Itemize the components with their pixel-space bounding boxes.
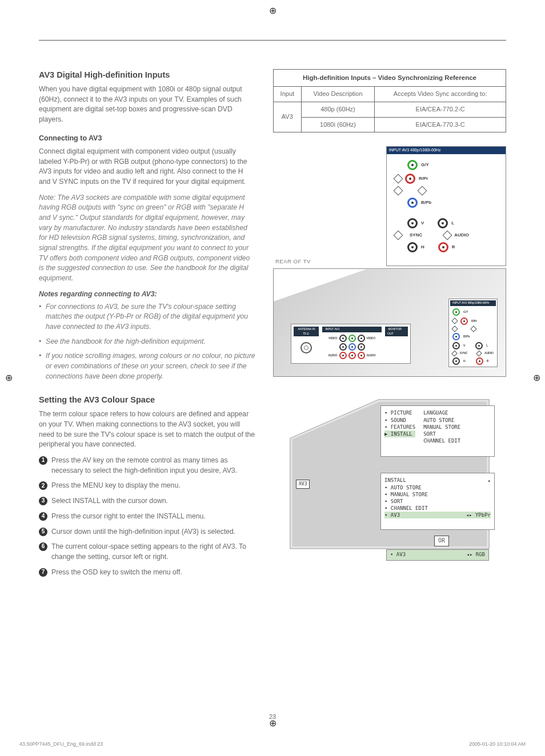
osd-menu-item: • CHANNEL EDIT xyxy=(384,505,491,512)
av3-connector-diagram: INPUT AV3 480p/1080i-60Hz G/Y R/Pr B/Pb … xyxy=(386,146,506,266)
step-number-icon: 7 xyxy=(39,568,47,577)
osd-menu-item: • PICTURE xyxy=(384,409,415,416)
rca-jack-red-icon xyxy=(476,357,483,365)
hex-screw-icon xyxy=(451,325,458,332)
table-caption: High-definition Inputs – Video Synchroni… xyxy=(274,70,506,87)
footer-left: 43.50PP7445_DFU_Eng_69.indd 23 xyxy=(19,741,103,748)
rca-jack-red-icon xyxy=(358,352,365,359)
osd-menu-item-selected: • AV3 xyxy=(390,551,406,558)
rca-jack-icon xyxy=(358,335,365,342)
rca-jack-icon xyxy=(452,357,460,365)
rca-jack-icon xyxy=(475,342,483,349)
table-header: Input xyxy=(274,86,302,102)
osd-menu-item-selected: ▶ INSTALL xyxy=(384,431,415,437)
osd-menu-item: • SOUND xyxy=(384,417,415,424)
table-cell: 1080i (60Hz) xyxy=(301,117,375,132)
rca-jack-green-icon xyxy=(348,335,356,342)
step-number-icon: 4 xyxy=(39,512,47,521)
table-cell: EIA/CEA-770.2-C xyxy=(375,102,506,117)
notes-heading: Notes regarding connecting to AV3: xyxy=(39,289,256,300)
jack-label: AUDIO xyxy=(454,232,469,239)
hex-screw-icon xyxy=(451,318,458,324)
step-item: 4Press the cursor right to enter the INS… xyxy=(39,512,256,522)
connecting-para: Connect digital equipment with component… xyxy=(39,147,256,187)
rca-jack-green-icon xyxy=(407,160,418,170)
rca-jack-blue-icon xyxy=(348,343,356,351)
step-number-icon: 5 xyxy=(39,528,47,536)
rca-jack-icon xyxy=(407,242,418,252)
rca-jack-blue-icon xyxy=(407,198,418,208)
jack-label: G/Y xyxy=(421,162,429,168)
rca-jack-green-icon xyxy=(452,308,460,316)
coax-antenna-icon xyxy=(300,342,312,353)
step-item: 3Select INSTALL with the cursor down. xyxy=(39,496,256,506)
note-item: For connections to AV3, be sure the TV's… xyxy=(39,302,256,332)
rca-jack-red-icon xyxy=(348,352,356,359)
jack-label: R/Pr xyxy=(419,175,428,182)
note-para: Note: The AV3 sockets are compatible wit… xyxy=(39,193,256,284)
step-item: 6The current colour-space setting appear… xyxy=(39,542,256,562)
or-label: OR xyxy=(434,536,449,546)
jack-label: R xyxy=(452,244,455,251)
hex-screw-icon xyxy=(394,230,403,240)
note-item: See the handbook for the high-definition… xyxy=(39,337,256,347)
hex-screw-icon xyxy=(394,186,403,195)
rca-jack-red-icon xyxy=(405,174,415,184)
table-cell: 480p (60Hz) xyxy=(301,102,375,117)
hex-screw-icon xyxy=(418,186,427,195)
rca-jack-red-icon xyxy=(460,317,468,325)
hex-screw-icon xyxy=(470,325,476,332)
osd-menu-item: SORT xyxy=(423,431,460,437)
table-cell: AV3 xyxy=(274,102,302,132)
tv-back-panel-diagram: ANTENNA IN 75 Ω INPUT AV1 VIDEO xyxy=(273,268,506,377)
diagram-title-bar: INPUT AV3 480p/1080i-60Hz xyxy=(387,147,506,154)
step-item: 1Press the AV key on the remote control … xyxy=(39,456,256,476)
osd-menu-value: ◂▸ YPbPr xyxy=(466,512,491,518)
jack-label: SYNC xyxy=(410,232,422,239)
sync-reference-table: High-definition Inputs – Video Synchroni… xyxy=(273,69,506,132)
page-number: 23 xyxy=(269,713,276,722)
rear-of-tv-label: REAR OF TV xyxy=(275,258,383,266)
jack-label: B/Pb xyxy=(421,199,431,206)
hex-screw-icon xyxy=(443,230,452,240)
step-number-icon: 3 xyxy=(39,497,47,505)
hex-screw-icon xyxy=(394,174,403,183)
rca-jack-blue-icon xyxy=(452,333,460,340)
rca-jack-icon xyxy=(339,335,347,342)
connecting-subhead: Connecting to AV3 xyxy=(39,133,256,143)
osd-menu-item: LANGUAGE xyxy=(423,409,460,416)
rca-jack-icon xyxy=(339,343,347,351)
step-number-icon: 2 xyxy=(39,481,47,490)
osd-menu-item: • SORT xyxy=(384,498,491,505)
table-cell: EIA/CEA-770.3-C xyxy=(375,117,506,132)
rca-jack-red-icon xyxy=(339,352,347,359)
step-number-icon: 1 xyxy=(39,456,47,465)
rca-jack-red-icon xyxy=(438,242,448,252)
rca-jack-icon xyxy=(407,218,418,228)
section1-title: AV3 Digital High-definition Inputs xyxy=(39,69,256,81)
osd-menu-item-selected: • AV3 xyxy=(384,512,400,518)
osd-menu-value: ◂▸ RGB xyxy=(466,551,485,558)
av3-badge: AV3 xyxy=(296,480,310,489)
hex-screw-icon xyxy=(476,351,482,356)
rca-jack-icon xyxy=(358,343,365,351)
jack-label: L xyxy=(451,220,454,227)
section2-intro: The term colour space refers to how colo… xyxy=(39,409,256,450)
note-item: If you notice scrolling images, wrong co… xyxy=(39,351,256,381)
osd-menu-item: • FEATURES xyxy=(384,424,415,431)
table-header: Accepts Video Sync according to: xyxy=(375,86,506,102)
footer-right: 2005-01-20 10:10:04 AM xyxy=(469,741,526,748)
top-rule xyxy=(39,40,506,41)
osd-menu-item: MANUAL STORE xyxy=(423,424,460,431)
section1-intro: When you have digital equipment with 108… xyxy=(39,85,256,125)
osd-menu-item: AUTO STORE xyxy=(423,417,460,424)
step-item: 5Cursor down until the high-definition i… xyxy=(39,527,256,537)
osd-menu-item: • AUTO STORE xyxy=(384,484,491,491)
rca-jack-icon xyxy=(452,342,460,349)
hex-screw-icon xyxy=(451,351,457,356)
jack-label: H xyxy=(421,244,424,251)
step-number-icon: 6 xyxy=(39,542,47,551)
step-item: 7Press the OSD key to switch the menu of… xyxy=(39,568,256,578)
osd-menu-item: • MANUAL STORE xyxy=(384,491,491,498)
jack-label: V xyxy=(421,220,424,227)
